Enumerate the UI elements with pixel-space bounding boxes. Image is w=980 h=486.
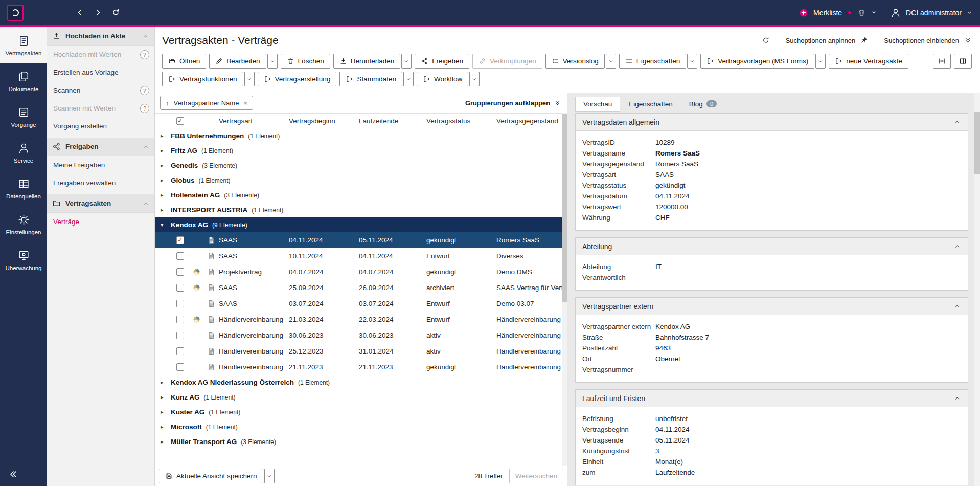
herunterladen-dropdown-button[interactable]	[401, 54, 412, 69]
versionslog-button[interactable]: Versionslog	[545, 54, 605, 69]
table-row[interactable]: SAAS10.11.202404.11.2024EntwurfDiverses	[155, 248, 562, 264]
expander-icon[interactable]: ▸	[161, 192, 167, 198]
split-layout-button[interactable]	[954, 54, 972, 69]
menu-section-freigaben[interactable]: Freigaben	[47, 138, 154, 156]
eigenschaften-dropdown-button[interactable]	[687, 54, 697, 69]
vertragsvorlagen-ms-forms-button[interactable]: Vertragsvorlagen (MS Forms)	[700, 54, 814, 69]
table-row[interactable]: Händlervereinbarung30.06.202330.06.2023a…	[155, 327, 562, 343]
section-header[interactable]: Laufzeit und Fristen	[576, 390, 968, 407]
sidebar-item-vertragsakten[interactable]: Vertragsakten	[0, 27, 47, 63]
expander-icon[interactable]: ▸	[161, 438, 167, 445]
expander-icon[interactable]: ▸	[161, 177, 167, 184]
stammdaten-dropdown-button[interactable]	[403, 72, 414, 86]
menu-item-scannen-mit-werten[interactable]: Scannen mit Werten?	[47, 99, 154, 117]
column-header-vertragsart[interactable]: Vertragsart	[219, 117, 289, 125]
section-header[interactable]: Vertragspartner extern	[576, 298, 968, 315]
user-avatar-icon[interactable]	[890, 7, 901, 18]
expander-icon[interactable]: ▸	[161, 207, 167, 213]
sidebar-item-einstellungen[interactable]: Einstellungen	[0, 206, 47, 242]
expand-search-options-icon[interactable]	[964, 36, 972, 45]
group-row-müller-transport-ag[interactable]: ▸Müller Transport AG(3 Elemente)	[155, 434, 562, 449]
expander-icon[interactable]: ▸	[161, 132, 167, 139]
clear-merkliste-icon[interactable]	[857, 8, 866, 17]
row-checkbox[interactable]	[176, 268, 184, 276]
help-icon[interactable]: ?	[140, 104, 149, 113]
row-checkbox[interactable]	[176, 300, 184, 307]
table-row[interactable]: Händlervereinbarung25.12.202331.01.2024a…	[155, 343, 562, 359]
section-header[interactable]: Abteilung	[576, 238, 968, 255]
column-header-vertragsstatus[interactable]: Vertragsstatus	[426, 117, 496, 125]
back-icon[interactable]	[76, 8, 84, 17]
sidebar-item-service[interactable]: Service	[0, 135, 47, 170]
forward-icon[interactable]	[94, 8, 102, 17]
user-dropdown-icon[interactable]	[966, 9, 973, 16]
stammdaten-button[interactable]: Stammdaten	[339, 72, 402, 86]
expander-icon[interactable]: ▸	[161, 409, 167, 415]
bearbeiten-button[interactable]: Bearbeiten	[209, 54, 266, 69]
pin-search-options[interactable]: Suchoptionen anpinnen	[786, 37, 856, 45]
group-row-intersport-austria[interactable]: ▸INTERSPORT AUSTRIA(1 Element)	[155, 203, 562, 217]
remove-filter-icon[interactable]: ×	[243, 99, 247, 107]
menu-item-erstellen-aus-vorlage[interactable]: Erstellen aus Vorlage	[47, 63, 154, 81]
column-header-vertragsgegenstand[interactable]: Vertragsgegenstand	[496, 117, 562, 125]
menu-item-vorgang-erstellen[interactable]: Vorgang erstellen	[47, 117, 154, 135]
pin-icon[interactable]	[860, 36, 868, 45]
row-checkbox[interactable]	[176, 347, 184, 355]
merkliste-label[interactable]: Merkliste	[813, 9, 842, 17]
expander-icon[interactable]: ▾	[161, 222, 167, 228]
row-checkbox[interactable]	[176, 284, 184, 292]
list-scrollbar-thumb[interactable]	[562, 114, 567, 302]
table-row[interactable]: SAAS25.09.202426.09.2024archiviertSAAS V…	[155, 280, 562, 296]
group-row-kunz-ag[interactable]: ▸Kunz AG(1 Element)	[155, 390, 562, 405]
table-row[interactable]: Projektvertrag04.07.202404.07.2024gekünd…	[155, 264, 562, 280]
row-checkbox[interactable]	[176, 316, 184, 323]
section-header[interactable]: Vertragsdaten allgemein	[576, 114, 968, 131]
list-scrollbar[interactable]	[562, 113, 567, 466]
group-row-kendox-ag[interactable]: ▾Kendox AG(9 Elemente)	[155, 217, 562, 232]
column-header-vertragsbeginn[interactable]: Vertragsbeginn	[289, 117, 359, 125]
menu-item-meine-freigaben[interactable]: Meine Freigaben	[47, 156, 154, 174]
sidebar-item-vorgänge[interactable]: Vorgänge	[0, 99, 47, 135]
panel-scrollbar-thumb[interactable]	[974, 112, 980, 174]
row-checkbox[interactable]	[176, 252, 184, 260]
row-checkbox[interactable]: ✓	[176, 236, 184, 244]
expander-icon[interactable]: ▸	[161, 379, 167, 386]
sidebar-item-überwachung[interactable]: Überwachung	[0, 242, 47, 278]
group-row-hollenstein-ag[interactable]: ▸Hollenstein AG(3 Elemente)	[155, 188, 562, 203]
freigeben-button[interactable]: Freigeben	[415, 54, 469, 69]
favorite-star-icon[interactable]	[847, 10, 853, 16]
help-icon[interactable]: ?	[140, 50, 149, 59]
expander-icon[interactable]: ▸	[161, 162, 167, 169]
filter-chip[interactable]: ↑ Vertragspartner Name ×	[160, 96, 253, 110]
löschen-button[interactable]: Löschen	[281, 54, 330, 69]
tab-eigenschaften[interactable]: Eigenschaften	[621, 97, 680, 111]
row-checkbox[interactable]	[176, 363, 184, 371]
sidebar-collapse-button[interactable]	[0, 462, 47, 486]
save-current-view-button[interactable]: Aktuelle Ansicht speichern	[159, 469, 263, 483]
reload-icon[interactable]	[111, 8, 120, 17]
expand-groupings-button[interactable]: Gruppierungen aufklappen	[465, 99, 561, 107]
menu-section-hochladen-in-akte[interactable]: Hochladen in Akte	[47, 27, 154, 46]
app-logo[interactable]	[7, 5, 24, 21]
versionslog-dropdown-button[interactable]	[606, 54, 616, 69]
vertragsvorlagen-ms-forms-dropdown-button[interactable]	[815, 54, 826, 69]
menu-section-vertragsakten[interactable]: Vertragsakten	[47, 194, 154, 213]
bearbeiten-dropdown-button[interactable]	[267, 54, 278, 69]
vertragserstellung-button[interactable]: Vertragserstellung	[258, 72, 337, 86]
show-search-options[interactable]: Suchoptionen einblenden	[884, 37, 959, 45]
neue-vertragsakte-button[interactable]: neue Vertragsakte	[829, 54, 908, 69]
row-checkbox[interactable]	[176, 332, 184, 339]
select-all-checkbox[interactable]: ✓	[176, 117, 184, 125]
refresh-results-icon[interactable]	[762, 36, 770, 45]
save-view-dropdown-button[interactable]	[264, 469, 275, 483]
expander-icon[interactable]: ▸	[161, 147, 167, 154]
menu-item-verträge[interactable]: Verträge	[47, 213, 154, 231]
group-row-globus[interactable]: ▸Globus(1 Element)	[155, 173, 562, 188]
table-row[interactable]: SAAS03.07.202403.07.2024EntwurfDemo 03.0…	[155, 296, 562, 312]
menu-item-freigaben-verwalten[interactable]: Freigaben verwalten	[47, 174, 154, 192]
eigenschaften-button[interactable]: Eigenschaften	[619, 54, 687, 69]
help-icon[interactable]: ?	[140, 86, 149, 95]
merkliste-dropdown-icon[interactable]	[871, 9, 877, 16]
panel-scrollbar[interactable]	[974, 93, 980, 486]
group-row-fritz-ag[interactable]: ▸Fritz AG(1 Element)	[155, 143, 562, 158]
